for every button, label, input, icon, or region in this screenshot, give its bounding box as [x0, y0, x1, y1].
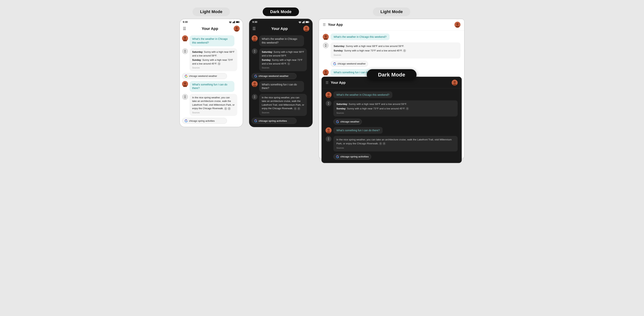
status-bar-dark: 9:30	[250, 19, 312, 24]
sources-1-light: Sources	[192, 66, 234, 69]
wide-ai-icon-dark	[326, 101, 331, 106]
phone-frame-dark: 9:30 ☰ Your App What's t	[249, 19, 313, 127]
search-chip-2-light[interactable]: chicago spring activities	[182, 118, 227, 124]
light-mode-label-3: Light Mode	[373, 7, 410, 16]
wide-ai-bubble-2-dark: In the nice spring weather, you can take…	[334, 136, 458, 151]
dark-mode-label-1: Dark Mode	[263, 7, 299, 16]
wide-user-msg-1-light: What's the weather in Chicago this weeke…	[323, 33, 460, 40]
hamburger-wide-dark[interactable]: ☰	[326, 81, 328, 85]
wide-user-avatar-2-light	[323, 69, 329, 75]
wide-chip-1-dark[interactable]: chicago weather	[334, 119, 362, 125]
panel-1-phone-light: Light Mode 9:30 ☰ Your App	[180, 7, 243, 127]
ai-msg-2-light: In the nice spring weather, you can take…	[182, 94, 240, 116]
svg-rect-5	[239, 21, 240, 22]
user-msg-1-dark: What's the weather in Chicago this weeke…	[252, 35, 310, 46]
svg-rect-30	[306, 21, 308, 22]
chip-text-2-light: chicago spring activities	[189, 119, 214, 122]
wide-sources-1-light: Sources	[334, 53, 458, 57]
ai-msg-1-dark: Saturday: Sunny with a high near 68°F an…	[252, 48, 310, 71]
app-header-dark: ☰ Your App	[250, 24, 312, 34]
app-title-dark: Your App	[271, 26, 288, 31]
wide-ai-bubble-1-dark: Saturday: Sunny with a high near 68°F an…	[334, 100, 458, 116]
wide-user-bubble-2-dark: What's something fun I can do there?	[334, 127, 382, 134]
svg-point-65	[454, 81, 456, 83]
svg-rect-3	[234, 21, 235, 23]
google-icon-1-light	[184, 74, 188, 78]
ai-avatar-2-light	[182, 94, 188, 100]
time-light: 9:30	[183, 20, 188, 23]
svg-point-52	[324, 35, 327, 37]
avatar-dark	[303, 26, 309, 32]
user-msg-1-light: What's the weather in Chicago this weeke…	[182, 35, 240, 46]
ai-bubble-1-light: Saturday: Sunny with a high near 68°F an…	[190, 48, 237, 71]
dark-mode-overlay-badge: Dark Mode	[367, 69, 416, 80]
time-dark: 9:30	[252, 20, 257, 23]
wide-user-msg-1-dark: What's the weather in Chicago this weeke…	[326, 91, 458, 98]
svg-point-49	[456, 23, 458, 25]
svg-point-32	[305, 27, 308, 29]
svg-rect-1	[233, 22, 234, 23]
svg-point-42	[254, 82, 256, 84]
wide-user-avatar-1-dark	[326, 92, 332, 98]
wide-chip-1-light[interactable]: chicago weekend weather	[330, 61, 368, 67]
svg-rect-27	[304, 21, 304, 23]
wide-ai-icon-light	[323, 43, 328, 48]
wide-header-left-light: ☰ Your App	[323, 23, 343, 27]
wide-chip-2-dark[interactable]: chicago spring activities	[334, 154, 371, 160]
google-icon-1-dark	[254, 74, 258, 78]
search-chip-2-dark[interactable]: chicago spring activities	[252, 118, 296, 124]
wifi-icon	[229, 21, 232, 23]
svg-point-75	[328, 129, 330, 131]
svg-rect-26	[304, 21, 304, 23]
wide-ai-row-1-light: Saturday: Sunny with a high near 68°F an…	[323, 42, 460, 58]
wide-ai-avatar-1-light	[323, 42, 329, 48]
svg-point-70	[326, 101, 331, 106]
ai-icon-2-dark	[252, 94, 257, 99]
wide-chip-text-2-dark: chicago spring activities	[340, 155, 369, 158]
wide-google-1-light	[333, 62, 336, 65]
ai-bubble-2-dark: In the nice spring weather, you can take…	[259, 94, 307, 116]
wide-google-2-dark	[336, 155, 339, 158]
wide-user-bubble-1-dark: What's the weather in Chicago this weeke…	[334, 91, 392, 98]
status-bar-light: 9:30	[180, 19, 243, 24]
user-bubble-1-light: What's the weather in Chicago this weeke…	[190, 35, 234, 46]
wide-user-bubble-1-light: What's the weather in Chicago this weeke…	[330, 33, 390, 40]
svg-point-59	[324, 71, 327, 73]
user-msg-2-light: What's something fun I can do there?	[182, 81, 240, 92]
svg-point-35	[254, 37, 256, 39]
wide-chip-text-1-dark: chicago weather	[340, 120, 360, 123]
panel-2-phone-dark: Dark Mode 9:30 ☰ Your App	[249, 7, 313, 127]
ai-avatar-1-dark	[252, 48, 258, 54]
wide-sources-2-dark: Sources	[336, 146, 455, 150]
svg-point-18	[184, 82, 186, 84]
signal-icon-dark	[302, 21, 305, 23]
chat-area-dark: What's the weather in Chicago this weeke…	[250, 34, 312, 127]
svg-rect-24	[302, 22, 303, 23]
user-avatar-1-light	[182, 35, 188, 41]
hamburger-wide-light[interactable]: ☰	[323, 23, 326, 27]
ai-bubble-1-dark: Saturday: Sunny with a high near 68°F an…	[259, 48, 307, 71]
ai-msg-1-light: Saturday: Sunny with a high near 68°F an…	[182, 48, 240, 71]
hamburger-icon-dark[interactable]: ☰	[252, 26, 256, 31]
chip-text-1-light: chicago weekend weather	[189, 75, 217, 77]
svg-rect-2	[234, 21, 234, 23]
svg-point-20	[182, 94, 188, 99]
svg-point-54	[323, 43, 328, 48]
svg-point-37	[252, 49, 257, 54]
search-chip-1-light[interactable]: chicago weekend weather	[182, 73, 227, 79]
wide-ai-row-2-dark: In the nice spring weather, you can take…	[326, 136, 458, 151]
user-avatar-2-light	[182, 81, 188, 87]
search-chip-1-dark[interactable]: chicago weekend weather	[252, 73, 296, 79]
ai-msg-2-dark: In the nice spring weather, you can take…	[252, 94, 310, 116]
sources-2-light: Sources	[192, 111, 234, 114]
user-bubble-2-light: What's something fun I can do there?	[190, 81, 234, 92]
wide-ai-avatar-2-dark	[326, 136, 332, 142]
wide-ai-avatar-1-dark	[326, 100, 332, 106]
hamburger-icon-light[interactable]: ☰	[183, 26, 186, 31]
panel-3-wide: Light Mode ☰ Your App What's the weather…	[319, 7, 464, 159]
wide-title-light: Your App	[328, 23, 343, 27]
user-msg-2-dark: What's something fun I can do there?	[252, 81, 310, 92]
wide-ai-row-1-dark: Saturday: Sunny with a high near 68°F an…	[326, 100, 458, 116]
svg-point-13	[182, 49, 188, 54]
wide-sources-1-dark: Sources	[336, 111, 455, 115]
